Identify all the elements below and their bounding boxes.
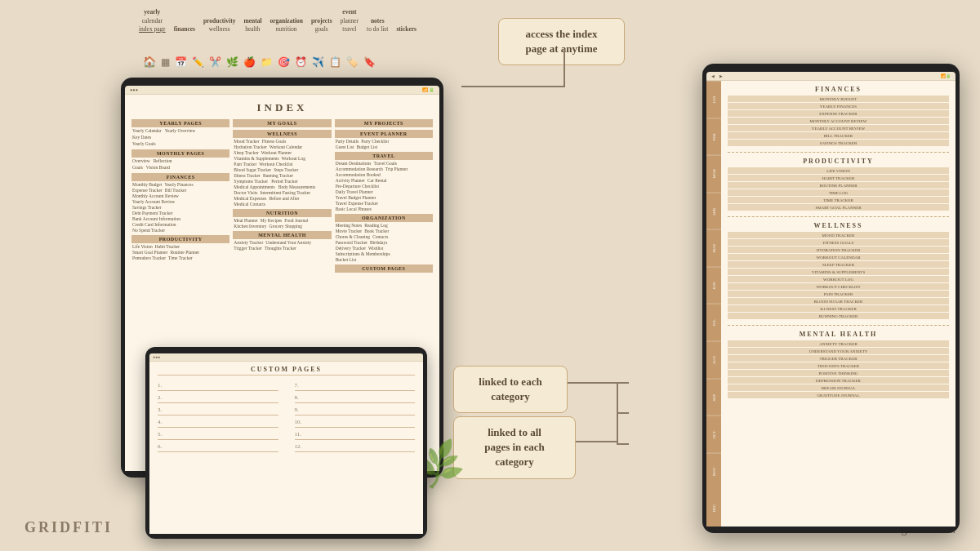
nav-tab-finances[interactable]: finances [174, 25, 195, 34]
scissors-icon[interactable]: ✂️ [209, 56, 221, 69]
nav-tab-mental[interactable]: mental health [243, 17, 261, 34]
clock-icon[interactable]: ⏰ [295, 56, 307, 69]
callout-linked-category: linked to each category [453, 366, 568, 413]
nav-tab-notes[interactable]: notes to do list [367, 17, 388, 34]
index-title: INDEX [131, 101, 433, 114]
calendar-icon[interactable]: 📅 [175, 56, 187, 69]
sticker-icon[interactable]: 🏷️ [346, 56, 359, 69]
brand-left: GRIDFITI [24, 519, 113, 536]
month-tab-nov[interactable]: NOV [706, 453, 721, 491]
right-section-mental: MENTAL HEALTH ANXIETY TRACKER UNDERSTAND… [728, 331, 949, 399]
index-section-myprojects: MY PROJECTS [335, 119, 433, 127]
index-section-wellness: WELLNESS Mood TrackerFitness Goals Hydra… [233, 130, 331, 207]
right-section-productivity: PRODUCTIVITY LIFE VISION HABIT TRACKER R… [728, 158, 949, 211]
custom-line-1: 1. [158, 380, 278, 391]
month-tab-jun[interactable]: JUN [706, 267, 721, 304]
month-tab-mar[interactable]: MAR [706, 155, 721, 193]
folder-icon[interactable]: 📁 [261, 56, 273, 69]
nav-tab-event[interactable]: event planner travel [341, 8, 359, 34]
target-icon[interactable]: 🎯 [278, 56, 290, 69]
custom-line-5: 5. [158, 429, 278, 440]
month-tab-dec[interactable]: DEC [706, 490, 721, 527]
index-section-travel: TRAVEL Dream DestinationsTravel Goals Ac… [335, 152, 433, 211]
index-section-organization: ORGANIZATION Meeting NotesReading Log Mo… [335, 214, 433, 262]
bookmark-icon[interactable]: 🔖 [363, 56, 376, 69]
month-tab-sep[interactable]: SEP [706, 379, 721, 416]
apple-icon[interactable]: 🍎 [243, 56, 256, 69]
index-section-custom-mini: CUSTOM PAGES [335, 264, 433, 273]
month-tab-apr[interactable]: APR [706, 193, 721, 230]
custom-line-2: 2. [158, 393, 278, 403]
airplane-icon[interactable]: ✈️ [312, 56, 324, 69]
icon-bar: 🏠 ▦ 📅 ✏️ ✂️ 🌿 🍎 📁 🎯 ⏰ ✈️ 📋 🏷️ 🔖 [143, 56, 376, 69]
nav-tab-projects[interactable]: projects goals [311, 17, 332, 34]
checklist-icon[interactable]: 📋 [329, 56, 341, 69]
custom-line-9: 9. [295, 405, 416, 415]
home-icon[interactable]: 🏠 [143, 56, 156, 69]
month-tab-jul[interactable]: JUL [706, 304, 721, 341]
custom-line-3: 3. [158, 405, 278, 415]
right-section-wellness: WELLNESS MOOD TRACKER FITNESS GOALS HYDR… [728, 222, 949, 320]
tablet-right: ◀▶📶🔋 JAN FEB MAR APR MAY JUN JUL AUG SEP… [702, 64, 960, 533]
nav-tab-index[interactable]: yearly calendar index page [139, 8, 166, 34]
leaf-icon[interactable]: 🌿 [226, 56, 238, 69]
custom-line-11: 11. [295, 429, 416, 440]
custom-line-12: 12. [295, 442, 416, 452]
index-section-event: EVENT PLANNER Party DetailsParty Checkli… [335, 130, 433, 149]
custom-line-10: 10. [295, 417, 416, 428]
index-section-mygoals: MY GOALS [233, 119, 331, 127]
custom-line-4: 4. [158, 417, 278, 428]
nav-tabs-bar: yearly calendar index page finances prod… [139, 8, 416, 34]
month-tab-oct[interactable]: OCT [706, 415, 721, 453]
pencil-icon[interactable]: ✏️ [192, 56, 204, 69]
nav-tab-organization[interactable]: organization nutrition [270, 17, 303, 34]
callout-index-access: access the index page at anytime [498, 18, 625, 65]
index-section-nutrition: NUTRITION Meal PlannerMy RecipesFood Jou… [233, 209, 331, 229]
nav-tab-productivity[interactable]: productivity wellness [203, 17, 235, 34]
month-tab-feb[interactable]: FEB [706, 118, 721, 156]
nav-tab-stickers[interactable]: stickers [396, 25, 416, 34]
month-tab-aug[interactable]: AUG [706, 341, 721, 379]
grid-icon[interactable]: ▦ [161, 56, 170, 69]
index-section-yearly: YEARLY PAGES Yearly CalendarYearly Overv… [131, 119, 229, 147]
right-section-finances: FINANCES MONTHLY BUDGET YEARLY FINANCES … [728, 86, 949, 147]
index-section-productivity: PRODUCTIVITY Life VisionHabit Tracker Sm… [131, 235, 229, 260]
index-section-monthly: MONTHLY PAGES OverviewReflection GoalsVi… [131, 149, 229, 171]
month-tab-may[interactable]: MAY [706, 229, 721, 267]
custom-pages-title: CUSTOM PAGES [158, 366, 415, 375]
tablet-custom-pages: ●●● CUSTOM PAGES 1. 7. 2. 8. 3. 9. 4. 10… [145, 347, 427, 539]
callout-linked-pages: linked to all pages in each category [453, 416, 576, 479]
custom-line-7: 7. [295, 380, 416, 391]
index-section-finances: FINANCES Monthly BudgetYearly Finances E… [131, 173, 229, 233]
index-section-mental: MENTAL HEALTH Anxiety TrackerUnderstand … [233, 231, 331, 251]
custom-line-6: 6. [158, 442, 278, 452]
month-tab-jan[interactable]: JAN [706, 81, 721, 118]
custom-line-8: 8. [295, 393, 416, 403]
